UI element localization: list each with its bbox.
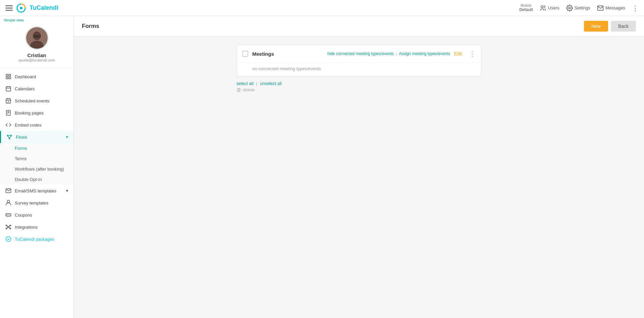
svg-point-31 [9, 138, 10, 139]
booking-icon [5, 110, 11, 116]
sidebar-label-booking: Booking pages [15, 110, 44, 116]
hide-connected-link[interactable]: hide connected meeting types/events [327, 51, 394, 56]
svg-rect-13 [6, 74, 8, 76]
delete-button[interactable]: delete [236, 87, 481, 92]
svg-point-5 [541, 5, 543, 8]
more-options-button[interactable]: ⋮ [632, 4, 639, 12]
submenu-item-workflows[interactable]: Workflows (after booking) [0, 164, 73, 174]
nav-section: Dashboard Calendars Scheduled events [0, 68, 73, 248]
svg-point-4 [20, 7, 22, 9]
assign-link[interactable]: Assign meeting types/events [399, 51, 450, 56]
svg-point-40 [6, 228, 7, 229]
user-email: ayuda@tucalendi.com [18, 58, 55, 62]
sidebar-label-scheduled: Scheduled events [15, 98, 49, 103]
topbar-left: TuCalendi [5, 2, 515, 14]
new-button[interactable]: New [584, 21, 608, 32]
embed-icon [5, 122, 11, 128]
submenu-item-forms[interactable]: Forms [0, 143, 73, 153]
packages-icon [5, 236, 11, 242]
sidebar-item-embed-codes[interactable]: Embed codes [0, 119, 73, 131]
form-card-header: Meetings hide connected meeting types/ev… [237, 45, 481, 63]
flows-submenu: Forms Terms Workflows (after booking) Do… [0, 143, 73, 185]
topbar: TuCalendi Module Default Users Settings [0, 0, 644, 16]
svg-rect-16 [9, 77, 11, 79]
svg-rect-0 [5, 5, 13, 6]
sidebar-item-scheduled-events[interactable]: Scheduled events [0, 95, 73, 107]
header-buttons: New Back [584, 21, 636, 32]
sidebar-label-calendars: Calendars [15, 86, 35, 91]
users-icon [540, 5, 546, 11]
sidebar-label-dashboard: Dashboard [15, 74, 36, 79]
submenu-item-terms[interactable]: Terms [0, 153, 73, 164]
sidebar-item-dashboard[interactable]: Dashboard [0, 71, 73, 83]
user-section: Cristian ayuda@tucalendi.com [0, 22, 73, 68]
sidebar-label-survey: Survey templates [15, 200, 48, 206]
svg-rect-1 [5, 7, 13, 8]
edit-button[interactable]: Edit [454, 51, 462, 56]
svg-point-41 [10, 228, 11, 229]
sidebar-label-integrations: Integrations [15, 225, 38, 230]
form-more-options[interactable]: ⋮ [469, 50, 476, 58]
sidebar-item-booking-pages[interactable]: Booking pages [0, 107, 73, 119]
svg-point-6 [569, 7, 570, 9]
form-card-body: no connected meeting types/events [237, 63, 481, 76]
sidebar-item-calendars[interactable]: Calendars [0, 83, 73, 95]
main-content: Forms New Back Meetings hide connected m… [74, 16, 644, 318]
integrations-icon [5, 224, 11, 230]
messages-button[interactable]: Messages [597, 5, 625, 11]
sidebar-label-email: Email/SMS templates [15, 188, 56, 193]
submenu-item-double-opt-in[interactable]: Double Opt-In [0, 174, 73, 185]
survey-icon [5, 200, 11, 206]
sidebar-label-packages: TuCalendi packages [15, 237, 54, 242]
hamburger-icon[interactable] [5, 4, 13, 12]
coupons-icon [5, 212, 11, 218]
content-area: Meetings hide connected meeting types/ev… [74, 37, 644, 100]
sidebar-item-email-sms[interactable]: Email/SMS templates ▾ [0, 185, 73, 197]
svg-line-43 [9, 226, 10, 227]
sidebar-item-tucalendi-packages[interactable]: TuCalendi packages [0, 233, 73, 245]
svg-rect-14 [9, 74, 11, 76]
svg-line-45 [9, 227, 10, 229]
svg-line-44 [7, 227, 8, 229]
select-all-link[interactable]: select all [236, 81, 254, 86]
flows-icon [6, 134, 12, 140]
settings-button[interactable]: Settings [566, 5, 590, 11]
scheduled-icon [5, 98, 11, 104]
app-logo[interactable]: TuCalendi [5, 2, 58, 14]
svg-line-42 [7, 226, 8, 227]
simple-view-toggle[interactable]: Simple view [0, 16, 73, 22]
avatar [25, 26, 49, 50]
svg-point-39 [10, 225, 11, 226]
sidebar-item-flows[interactable]: Flows ▾ [0, 131, 73, 143]
svg-point-30 [11, 135, 12, 136]
svg-point-8 [33, 32, 41, 40]
svg-point-38 [6, 225, 7, 226]
svg-rect-17 [6, 87, 11, 91]
form-links: hide connected meeting types/events | As… [327, 51, 450, 56]
form-card: Meetings hide connected meeting types/ev… [236, 45, 481, 76]
main-header: Forms New Back [74, 16, 644, 37]
svg-rect-21 [6, 99, 11, 103]
back-button[interactable]: Back [611, 21, 636, 32]
svg-line-33 [8, 136, 9, 138]
calendar-icon [5, 86, 11, 92]
svg-point-29 [7, 135, 8, 136]
sidebar-label-flows: Flows [16, 135, 27, 140]
module-selector[interactable]: Module Default [519, 4, 533, 12]
sidebar-item-survey-templates[interactable]: Survey templates [0, 197, 73, 209]
sidebar-item-integrations[interactable]: Integrations [0, 221, 73, 233]
unselect-all-link[interactable]: unselect all [260, 81, 282, 86]
svg-rect-15 [6, 77, 8, 79]
delete-label: delete [243, 87, 255, 92]
flows-chevron: ▾ [66, 135, 68, 139]
app-name: TuCalendi [30, 4, 58, 11]
sidebar-item-coupons[interactable]: Coupons [0, 209, 73, 221]
form-checkbox[interactable] [242, 51, 248, 57]
bulk-actions: select all | unselect all [236, 81, 481, 86]
user-name: Cristian [28, 52, 46, 58]
page-title: Forms [82, 23, 99, 30]
users-button[interactable]: Users [540, 5, 559, 11]
svg-rect-2 [5, 10, 13, 11]
sidebar-label-embed: Embed codes [15, 123, 42, 128]
topbar-right: Module Default Users Settings Messages ⋮ [519, 4, 639, 12]
